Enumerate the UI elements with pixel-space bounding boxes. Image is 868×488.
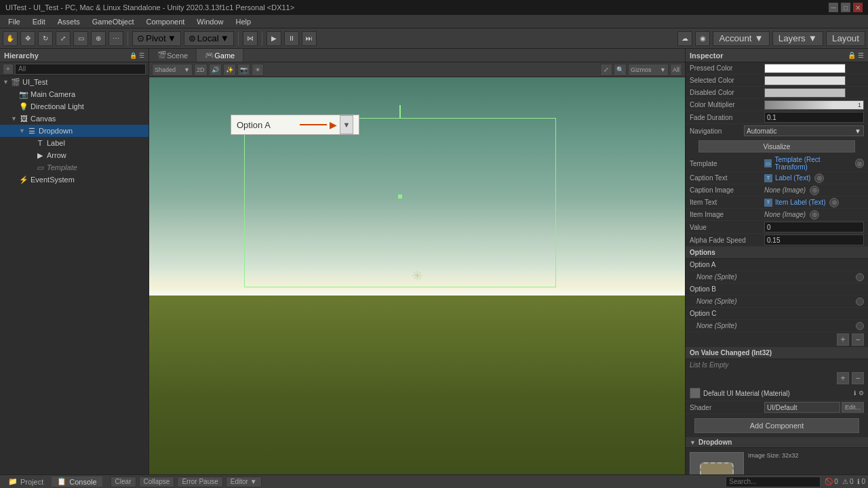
- menu-component[interactable]: Component: [140, 16, 190, 27]
- custom-tool-button[interactable]: ⋯: [108, 31, 123, 46]
- edit-shader-button[interactable]: Edit...: [842, 402, 864, 413]
- add-component-button[interactable]: Add Component: [694, 418, 859, 433]
- shader-dropdown[interactable]: UI/Default: [764, 402, 840, 413]
- caption-image-circle-button[interactable]: ◎: [810, 186, 819, 195]
- item-text-circle-button[interactable]: ◎: [829, 198, 839, 207]
- alpha-fade-input[interactable]: [764, 235, 864, 245]
- options-section-header[interactable]: Options: [686, 247, 868, 259]
- transform-tool-button[interactable]: ⊕: [91, 31, 106, 46]
- grid-snap-button[interactable]: ⋈: [243, 31, 258, 46]
- option-a-circle-button[interactable]: [856, 273, 864, 281]
- dropdown-box[interactable]: Option A ▶ ▼: [231, 115, 359, 135]
- 2d-toggle[interactable]: 2D: [194, 64, 208, 76]
- rect-tool-button[interactable]: ▭: [73, 31, 88, 46]
- menu-assets[interactable]: Assets: [52, 16, 85, 27]
- dropdown-chevron[interactable]: ▼: [340, 115, 353, 134]
- inspector-menu-icon[interactable]: ☰: [858, 52, 864, 59]
- tab-game[interactable]: 🎮 Game: [197, 49, 243, 62]
- value-input[interactable]: [764, 222, 864, 232]
- dropdown-section-arrow-icon[interactable]: ▼: [690, 439, 696, 446]
- collab-button[interactable]: ☁: [677, 31, 692, 46]
- menu-window[interactable]: Window: [191, 16, 229, 27]
- hierarchy-item-template[interactable]: ▶ ▭ Template: [0, 161, 149, 174]
- shading-dropdown[interactable]: Shaded ▼: [152, 64, 193, 76]
- local-button[interactable]: ⊚ Local ▼: [184, 31, 234, 46]
- color-multiplier-slider[interactable]: 1: [764, 100, 864, 110]
- visualize-button[interactable]: Visualize: [698, 140, 855, 152]
- tab-console[interactable]: 📋 Console: [52, 476, 102, 487]
- audio-toggle[interactable]: 🔊: [209, 64, 222, 76]
- close-button[interactable]: ✕: [853, 3, 863, 12]
- hierarchy-menu-icon[interactable]: ☰: [139, 52, 144, 59]
- dropdown-ui-element[interactable]: Option A ▶ ▼: [231, 115, 359, 135]
- tab-scene[interactable]: 🎬 Scene: [149, 49, 197, 62]
- hierarchy-add-button[interactable]: +: [3, 64, 14, 75]
- item-image-value[interactable]: None (Image) ◎: [764, 210, 864, 220]
- caption-text-circle-button[interactable]: ◎: [814, 174, 824, 183]
- all-label[interactable]: All: [670, 64, 682, 76]
- alpha-fade-value[interactable]: [764, 235, 864, 245]
- hierarchy-item-maincamera[interactable]: ▶ 📷 Main Camera: [0, 88, 149, 100]
- options-add-button[interactable]: +: [837, 333, 849, 346]
- hierarchy-search-input[interactable]: [15, 64, 146, 75]
- clear-button[interactable]: Clear: [111, 476, 136, 487]
- scale-tool-button[interactable]: ⤢: [56, 31, 71, 46]
- hierarchy-lock-icon[interactable]: 🔒: [130, 52, 137, 59]
- item-text-value[interactable]: T Item Label (Text) ◎: [764, 198, 864, 207]
- pressed-color-value[interactable]: [764, 64, 864, 73]
- pivot-button[interactable]: ⊙ Pivot ▼: [132, 31, 181, 46]
- services-button[interactable]: ◉: [695, 31, 710, 46]
- option-b-circle-button[interactable]: [856, 298, 864, 306]
- option-c-circle-button[interactable]: [856, 322, 864, 330]
- options-remove-button[interactable]: −: [852, 333, 864, 346]
- menu-edit[interactable]: Edit: [27, 16, 51, 27]
- selected-color-box[interactable]: [764, 76, 846, 85]
- move-tool-button[interactable]: ✥: [20, 31, 35, 46]
- hand-tool-button[interactable]: ✋: [3, 31, 18, 46]
- minimize-button[interactable]: ─: [829, 3, 838, 12]
- maximize-button[interactable]: □: [841, 3, 850, 12]
- maximize-view-btn[interactable]: ⤢: [600, 64, 612, 76]
- caption-text-value[interactable]: T Label (Text) ◎: [764, 174, 864, 183]
- layout-button[interactable]: Layout: [826, 31, 865, 46]
- menu-file[interactable]: File: [3, 16, 26, 27]
- editor-button[interactable]: Editor ▼: [226, 476, 262, 487]
- disabled-color-box[interactable]: [764, 88, 846, 98]
- step-button[interactable]: ⏭: [302, 31, 317, 46]
- navigation-dropdown[interactable]: Automatic ▼: [744, 125, 864, 136]
- account-button[interactable]: Account ▼: [713, 31, 769, 46]
- hierarchy-item-arrow[interactable]: ▶ ▶ Arrow: [0, 149, 149, 161]
- fx-toggle[interactable]: ✨: [223, 64, 236, 76]
- window-controls[interactable]: ─ □ ✕: [829, 3, 863, 12]
- hierarchy-item-uitest[interactable]: ▼ 🎬 UI_Test: [0, 76, 149, 88]
- tab-project[interactable]: 📁 Project: [3, 476, 49, 487]
- game-viewport[interactable]: Option A ▶ ▼ ✳: [149, 77, 685, 474]
- hierarchy-item-eventsystem[interactable]: ▶ ⚡ EventSystem: [0, 174, 149, 186]
- layers-button[interactable]: Layers ▼: [772, 31, 823, 46]
- collapse-button[interactable]: Collapse: [139, 476, 175, 487]
- value-value[interactable]: [764, 222, 864, 232]
- search-scene-btn[interactable]: 🔍: [614, 64, 627, 76]
- pressed-color-box[interactable]: [764, 64, 846, 73]
- play-button[interactable]: ▶: [267, 31, 281, 46]
- caption-image-value[interactable]: None (Image) ◎: [764, 186, 864, 195]
- menu-gameobject[interactable]: GameObject: [87, 16, 140, 27]
- material-settings-icon[interactable]: ⚙: [859, 390, 864, 396]
- hierarchy-item-canvas[interactable]: ▼ 🖼 Canvas: [0, 113, 149, 125]
- gizmos-dropdown[interactable]: Gizmos ▼: [628, 64, 669, 76]
- console-search-input[interactable]: [726, 476, 821, 487]
- item-image-circle-button[interactable]: ◎: [810, 210, 819, 220]
- inspector-lock-icon[interactable]: 🔒: [848, 52, 856, 59]
- pause-button[interactable]: ⏸: [284, 31, 299, 46]
- selected-color-value[interactable]: [764, 76, 864, 85]
- info-icon[interactable]: ℹ: [854, 390, 856, 396]
- template-circle-button[interactable]: ◎: [855, 159, 864, 168]
- error-pause-button[interactable]: Error Pause: [177, 476, 222, 487]
- on-value-changed-add-button[interactable]: +: [837, 372, 849, 384]
- dropdown-thumbnail[interactable]: Dropdown: [690, 452, 744, 474]
- rotate-tool-button[interactable]: ↻: [38, 31, 53, 46]
- fade-duration-value[interactable]: [764, 112, 864, 123]
- scene-camera-btn[interactable]: 📷: [237, 64, 250, 76]
- on-value-changed-remove-button[interactable]: −: [852, 372, 864, 384]
- on-value-changed-header[interactable]: On Value Changed (Int32): [686, 347, 868, 359]
